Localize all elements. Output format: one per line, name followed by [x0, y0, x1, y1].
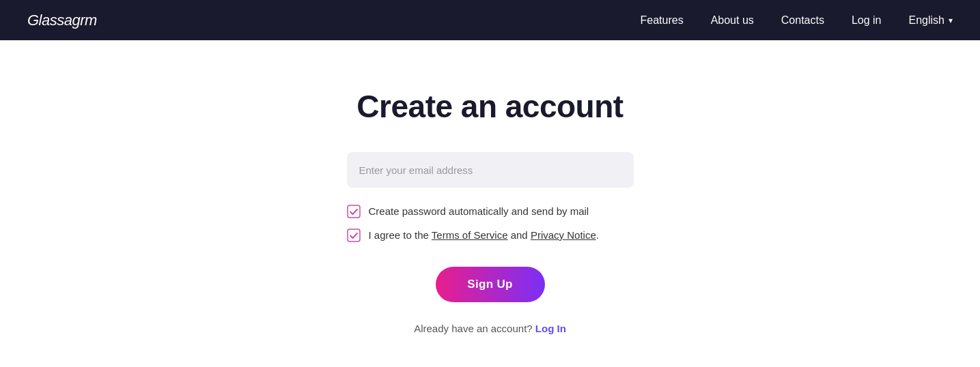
logo[interactable]: Glassagrm [27, 12, 97, 29]
email-input[interactable] [347, 152, 634, 188]
signup-button[interactable]: Sign Up [436, 267, 545, 302]
checkbox-2-label: I agree to the Terms of Service and Priv… [369, 228, 599, 242]
checkbox-row-1: Create password automatically and send b… [347, 204, 634, 218]
language-label: English [909, 14, 944, 27]
language-selector[interactable]: English ▾ [909, 14, 953, 27]
checkboxes-wrapper: Create password automatically and send b… [347, 204, 634, 242]
navbar: Glassagrm Features About us Contacts Log… [0, 0, 980, 40]
nav-contacts[interactable]: Contacts [781, 14, 824, 26]
privacy-notice-link[interactable]: Privacy Notice [531, 229, 596, 241]
checkbox-1-icon[interactable] [347, 205, 361, 218]
terms-of-service-link[interactable]: Terms of Service [432, 229, 508, 241]
login-link[interactable]: Log In [535, 323, 566, 334]
logo-text-regular: Glassa [27, 12, 72, 29]
nav-about-us[interactable]: About us [711, 14, 754, 26]
page-title: Create an account [356, 88, 623, 125]
nav-links: Features About us Contacts Log in Englis… [640, 14, 953, 27]
main-content: Create an account Create password automa… [0, 40, 980, 334]
checkbox-1-label: Create password automatically and send b… [369, 204, 589, 218]
nav-log-in[interactable]: Log in [852, 14, 882, 26]
email-input-wrapper [347, 152, 634, 188]
chevron-down-icon: ▾ [949, 16, 953, 25]
logo-text-italic: grm [72, 12, 96, 29]
svg-rect-0 [348, 205, 360, 218]
checkbox-2-icon[interactable] [347, 229, 361, 242]
svg-rect-1 [348, 229, 360, 241]
checkbox-row-2: I agree to the Terms of Service and Priv… [347, 228, 634, 242]
nav-features[interactable]: Features [640, 14, 683, 26]
already-account-text: Already have an account? Log In [414, 323, 566, 334]
